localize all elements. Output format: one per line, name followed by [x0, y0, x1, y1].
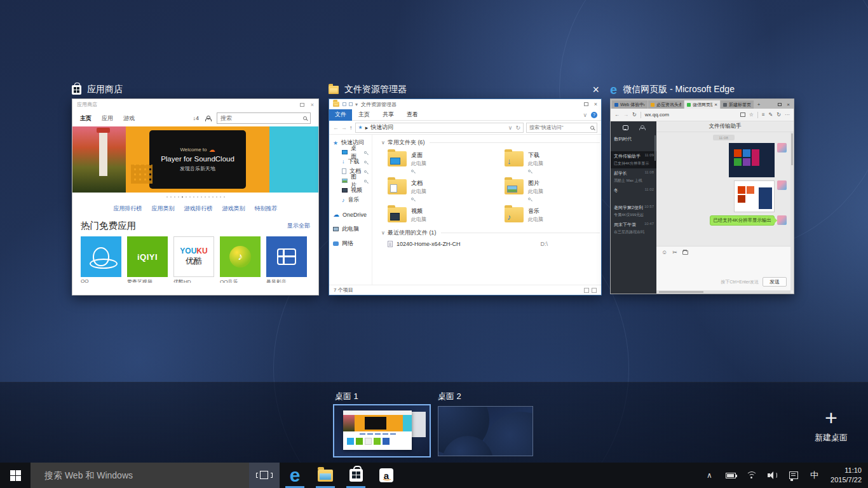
browser-tab-1[interactable]: Web 体验中心	[612, 100, 648, 109]
folder-tile-documents[interactable]: 文档此电脑	[388, 179, 483, 201]
banner-pagination-dots[interactable]	[72, 193, 318, 201]
task-view-button[interactable]	[249, 463, 280, 488]
close-icon[interactable]: ×	[787, 102, 790, 107]
sidebar-item-videos[interactable]: 视频	[333, 186, 372, 195]
folder-tile-desktop[interactable]: 桌面此电脑	[388, 151, 483, 173]
tray-overflow-icon[interactable]: ∧	[699, 463, 720, 488]
close-icon[interactable]: ×	[311, 102, 314, 108]
store-banner[interactable]: Welcome to☁ Player for SoundCloud 发现音乐新天…	[72, 126, 318, 193]
list-view-icon[interactable]	[584, 288, 589, 293]
message-input-area[interactable]: ☺ ✂ 按下Ctrl+Enter发送 发送	[656, 246, 790, 290]
taskbar-app-store[interactable]	[341, 463, 371, 488]
vertical-scrollbar[interactable]	[790, 132, 794, 290]
window-card-store[interactable]: 应用商店 应用商店 × 主页 应用 游戏 ↓4	[72, 83, 319, 295]
link-game-category[interactable]: 游戏类别	[222, 205, 245, 213]
browser-tab-4[interactable]: 新建标签页	[721, 100, 754, 109]
link-special[interactable]: 特别推荐	[255, 205, 278, 213]
collapse-icon[interactable]: ∨	[381, 230, 385, 236]
chat-list-item-selected[interactable]: 文件传输助手11:09 已支持4K分辨率显示	[611, 151, 656, 168]
breadcrumb[interactable]: ★ ▸ 快速访问 ∨↻	[355, 123, 524, 133]
explorer-search-input[interactable]	[529, 125, 588, 130]
store-window-thumbnail[interactable]: 应用商店 × 主页 应用 游戏 ↓4	[72, 98, 319, 295]
browser-tab-2[interactable]: 必应资讯头条	[648, 100, 684, 109]
collapse-icon[interactable]: ∨	[381, 140, 385, 146]
store-tab-apps[interactable]: 应用	[102, 114, 113, 123]
wifi-icon[interactable]	[741, 463, 762, 488]
folder-tile-downloads[interactable]: ↓ 下载此电脑	[505, 151, 600, 173]
sidebar-item-network[interactable]: 网络	[333, 239, 372, 248]
link-app-category[interactable]: 应用类别	[152, 205, 175, 213]
quick-access-toolbar[interactable]: ▾	[342, 102, 358, 107]
sent-screenshot-image[interactable]	[729, 143, 775, 177]
banner-game-art[interactable]	[72, 126, 126, 193]
ime-indicator[interactable]: 中	[804, 463, 825, 488]
window-card-explorer[interactable]: 文件资源管理器 × ▾ 文件资源管理器 × 文件 主页 共享 查看 ∨ ?	[329, 83, 602, 295]
taskbar-app-edge[interactable]: e	[280, 463, 310, 488]
banner-next-slide[interactable]	[269, 126, 318, 193]
window-card-edge[interactable]: e 微信网页版 - Microsoft Edge Web 体验中心 必应资讯头条…	[610, 83, 794, 294]
contacts-icon[interactable]	[639, 125, 645, 130]
store-tab-home[interactable]: 主页	[80, 114, 92, 123]
downloads-indicator[interactable]: ↓4	[193, 115, 199, 121]
sidebar-scrollbar[interactable]	[654, 135, 656, 161]
recent-file-row[interactable]: 10240-Home-x64-ZH-CH D:\	[381, 237, 600, 247]
avatar[interactable]	[777, 143, 787, 152]
app-tile-iqiyi[interactable]: iQIYI 爱奇艺视频	[127, 236, 168, 283]
thumbnail-view-icon[interactable]	[592, 288, 597, 293]
taskbar-app-explorer[interactable]	[310, 463, 341, 488]
explorer-card-header[interactable]: 文件资源管理器 ×	[329, 83, 602, 97]
avatar[interactable]	[777, 215, 787, 225]
desktop-2-thumbnail[interactable]	[438, 406, 533, 456]
sidebar-item-this-pc[interactable]: 此电脑	[333, 224, 372, 234]
chat-list-item[interactable]: 老同学聚2便利会10:57 专属4K仅999元起	[611, 203, 656, 220]
restore-icon[interactable]	[584, 102, 588, 106]
avatar[interactable]	[777, 180, 787, 190]
send-button[interactable]: 发送	[763, 277, 787, 287]
browser-tab-wechat[interactable]: 微信网页版×	[684, 100, 720, 109]
ribbon-tab-view[interactable]: 查看	[400, 111, 424, 119]
restore-icon[interactable]	[300, 103, 304, 107]
reading-view-icon[interactable]	[740, 112, 745, 117]
close-tab-icon[interactable]: ×	[714, 102, 717, 107]
address-bar[interactable]: wx.qq.com	[645, 112, 736, 118]
app-tile-qq[interactable]: QQ	[81, 236, 121, 283]
refresh-icon[interactable]: ↻	[515, 125, 520, 131]
action-center-icon[interactable]	[783, 463, 804, 488]
restore-icon[interactable]	[778, 103, 782, 106]
store-search-box[interactable]	[217, 112, 311, 124]
back-icon[interactable]: ←	[333, 125, 339, 131]
back-icon[interactable]: ←	[614, 112, 620, 118]
ribbon-tab-share[interactable]: 共享	[376, 111, 400, 119]
ribbon-expand-icon[interactable]: ∨	[583, 112, 587, 118]
store-card-header[interactable]: 应用商店	[72, 83, 319, 97]
forward-icon[interactable]: →	[623, 112, 628, 118]
desktop-1-thumbnail[interactable]	[333, 404, 431, 458]
app-tile-qqmusic[interactable]: ♪ QQ音乐	[220, 236, 261, 283]
emoji-icon[interactable]: ☺	[661, 249, 667, 255]
sidebar-item-pictures[interactable]: 图片	[333, 176, 372, 186]
taskbar-search-input[interactable]	[44, 470, 235, 480]
chat-list-item[interactable]: 冬11:02	[611, 186, 656, 203]
folder-tile-music[interactable]: ♪ 音乐此电脑	[505, 207, 600, 223]
sent-screenshot-image[interactable]	[734, 180, 775, 212]
start-button[interactable]	[0, 463, 31, 488]
address-dropdown-icon[interactable]: ∨	[508, 125, 513, 131]
taskbar-app-amazon[interactable]: a	[371, 463, 402, 488]
horizontal-scrollbar[interactable]	[656, 290, 790, 294]
show-all-link[interactable]: 显示全部	[287, 222, 310, 230]
app-tile-storm[interactable]: 暴风影音	[266, 236, 307, 283]
recent-files-section-header[interactable]: ∨ 最近使用的文件 (1)	[381, 229, 600, 237]
store-search-input[interactable]	[220, 115, 303, 121]
help-icon[interactable]: ?	[591, 112, 597, 118]
link-app-chart[interactable]: 应用排行榜	[114, 205, 142, 213]
taskbar-search-box[interactable]	[31, 463, 249, 488]
chats-icon[interactable]	[623, 125, 628, 130]
screenshot-icon[interactable]: ✂	[672, 249, 677, 255]
chat-list-item[interactable]: 数码时代	[611, 134, 656, 151]
close-window-icon[interactable]: ×	[590, 84, 602, 95]
chat-list-item[interactable]: 郝学长11:08 黑酷士 Max 上线	[611, 168, 656, 186]
explorer-window-thumbnail[interactable]: ▾ 文件资源管理器 × 文件 主页 共享 查看 ∨ ? ←→ ↑	[329, 98, 602, 295]
close-icon[interactable]: ×	[594, 101, 597, 107]
store-tab-games[interactable]: 游戏	[123, 114, 135, 123]
edge-window-thumbnail[interactable]: Web 体验中心 必应资讯头条 微信网页版× 新建标签页 + × ← → ↻ w…	[610, 98, 794, 294]
